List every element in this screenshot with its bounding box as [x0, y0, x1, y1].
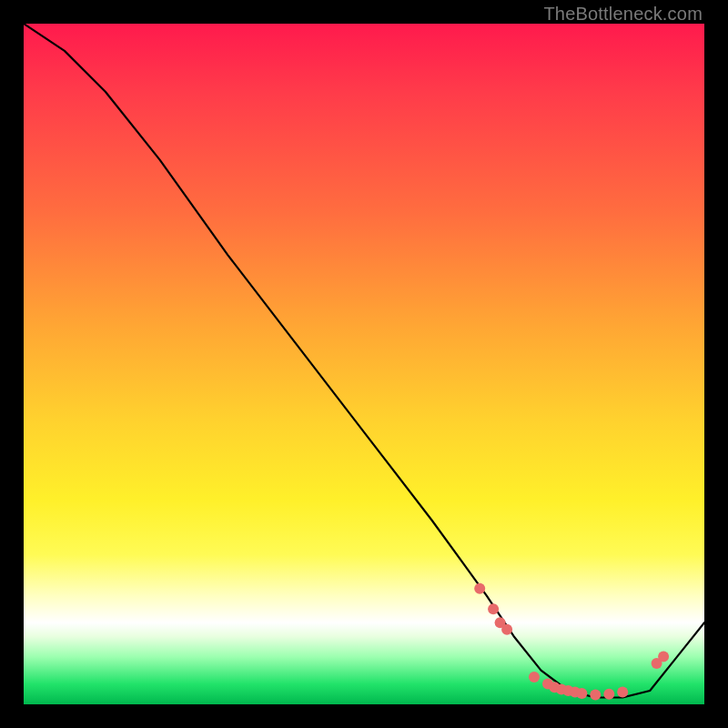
data-point — [562, 685, 573, 696]
watermark-text: TheBottleneck.com — [543, 4, 703, 25]
chart-frame: TheBottleneck.com — [0, 0, 728, 728]
data-point — [542, 679, 553, 690]
data-point — [652, 658, 662, 669]
plot-area — [24, 24, 704, 704]
data-points — [474, 583, 669, 701]
data-point — [474, 583, 485, 594]
data-point — [529, 672, 540, 682]
data-point — [549, 682, 560, 693]
data-point — [576, 688, 587, 699]
data-point — [501, 624, 512, 635]
data-point — [488, 603, 499, 614]
data-point — [603, 689, 614, 700]
data-point — [590, 690, 601, 701]
data-point — [617, 687, 628, 698]
data-point — [658, 652, 669, 662]
data-point — [495, 617, 506, 628]
bottleneck-curve — [24, 24, 704, 698]
data-point — [570, 687, 581, 698]
curve-layer — [24, 24, 704, 704]
data-point — [556, 684, 567, 695]
